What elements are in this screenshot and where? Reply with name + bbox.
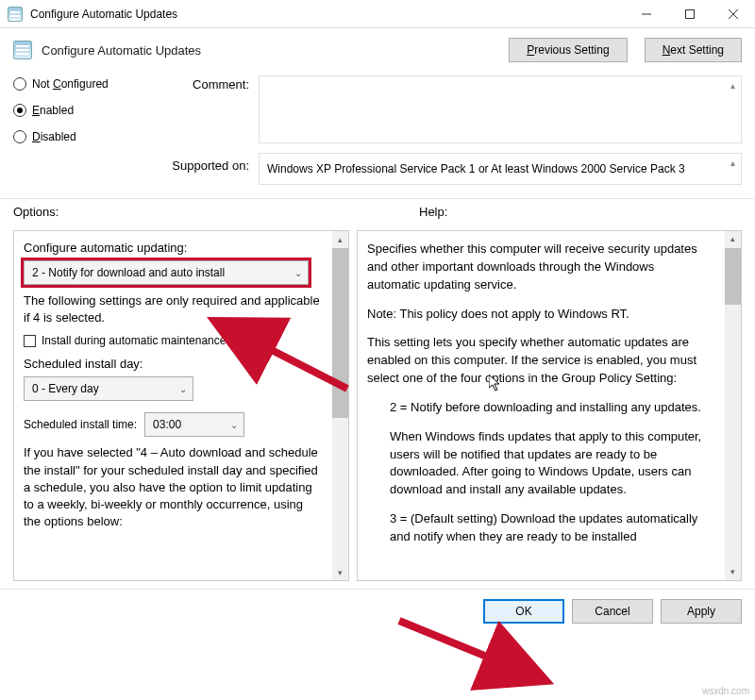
policy-icon xyxy=(13,41,32,59)
scrollbar-thumb[interactable] xyxy=(332,248,348,418)
close-button[interactable] xyxy=(712,0,755,28)
help-text: Specifies whether this computer will rec… xyxy=(367,241,728,294)
radio-not-configured[interactable]: Not Configured xyxy=(13,77,155,91)
radio-icon xyxy=(13,77,26,91)
scroll-up-icon[interactable]: ▴ xyxy=(726,156,739,169)
minimize-button[interactable] xyxy=(625,0,668,28)
state-radios: Not Configured Enabled Disabled xyxy=(13,75,155,143)
window-title: Configure Automatic Updates xyxy=(30,8,625,21)
close-icon xyxy=(729,9,738,19)
supported-on-box: Windows XP Professional Service Pack 1 o… xyxy=(259,153,742,185)
radio-label: Enabled xyxy=(32,104,74,117)
dropdown-value: 0 - Every day xyxy=(32,382,99,395)
radio-label: Not Configured xyxy=(32,77,109,91)
radio-icon-selected xyxy=(13,104,26,117)
scroll-down-icon[interactable]: ▾ xyxy=(725,564,741,580)
options-scrollbar[interactable]: ▴ ▾ xyxy=(332,231,348,580)
chevron-down-icon: ⌄ xyxy=(230,420,238,430)
titlebar: Configure Automatic Updates xyxy=(0,0,755,28)
install-during-maintenance-checkbox[interactable]: Install during automatic maintenance xyxy=(24,334,339,347)
previous-setting-button[interactable]: Previous Setting xyxy=(509,38,627,62)
pane-labels: Options: Help: xyxy=(0,199,755,225)
help-text: 2 = Notify before downloading and instal… xyxy=(367,399,728,417)
window-controls xyxy=(625,0,755,28)
help-pane: Specifies whether this computer will rec… xyxy=(357,230,742,581)
dropdown-value: 03:00 xyxy=(153,418,181,431)
radio-icon xyxy=(13,130,26,143)
scheduled-time-dropdown[interactable]: 03:00 ⌄ xyxy=(144,412,244,437)
help-text: Note: This policy does not apply to Wind… xyxy=(367,306,728,324)
policy-title: Configure Automatic Updates xyxy=(42,43,492,58)
help-scrollbar[interactable]: ▴ ▾ xyxy=(725,231,741,580)
chevron-down-icon: ⌄ xyxy=(179,384,187,394)
svg-rect-1 xyxy=(686,9,695,18)
header: Configure Automatic Updates Previous Set… xyxy=(0,28,755,72)
policy-state-area: Not Configured Enabled Disabled Comment:… xyxy=(0,72,755,185)
chevron-down-icon: ⌄ xyxy=(294,268,302,278)
help-text: 3 = (Default setting) Download the updat… xyxy=(367,510,728,546)
comment-label: Comment: xyxy=(155,75,259,143)
maximize-icon xyxy=(685,9,695,19)
scrollbar-thumb[interactable] xyxy=(725,248,741,305)
dropdown-value: 2 - Notify for download and auto install xyxy=(32,266,225,279)
options-label: Options: xyxy=(13,205,362,219)
comment-input[interactable]: ▴ xyxy=(259,75,742,143)
ok-button[interactable]: OK xyxy=(483,599,564,624)
watermark: wsxdn.com xyxy=(702,686,749,696)
scroll-up-icon[interactable]: ▴ xyxy=(332,231,348,247)
minimize-icon xyxy=(642,9,651,19)
options-pane: Configure automatic updating: 2 - Notify… xyxy=(13,230,349,581)
scheduled-day-label: Scheduled install day: xyxy=(24,357,339,371)
supported-on-value: Windows XP Professional Service Pack 1 o… xyxy=(267,162,685,175)
radio-enabled[interactable]: Enabled xyxy=(13,104,155,117)
cursor-icon xyxy=(489,375,504,397)
apply-button[interactable]: Apply xyxy=(661,599,742,624)
scroll-up-icon[interactable]: ▴ xyxy=(725,231,741,247)
checkbox-icon xyxy=(24,335,36,347)
dialog-buttons: OK Cancel Apply xyxy=(0,589,755,633)
checkbox-label: Install during automatic maintenance xyxy=(42,334,226,347)
supported-on-label: Supported on: xyxy=(155,158,259,185)
scheduled-time-label: Scheduled install time: xyxy=(24,418,137,431)
policy-icon xyxy=(8,7,23,22)
cancel-button[interactable]: Cancel xyxy=(572,599,653,624)
radio-label: Disabled xyxy=(32,130,76,143)
scroll-up-icon[interactable]: ▴ xyxy=(726,78,739,92)
help-text: This setting lets you specify whether au… xyxy=(367,334,728,388)
maximize-button[interactable] xyxy=(668,0,712,28)
update-mode-dropdown[interactable]: 2 - Notify for download and auto install… xyxy=(24,260,309,285)
options-tail-text: If you have selected "4 – Auto download … xyxy=(24,444,339,530)
panes: Configure automatic updating: 2 - Notify… xyxy=(0,225,755,581)
options-note: The following settings are only required… xyxy=(24,292,339,326)
help-label: Help: xyxy=(362,205,742,219)
scheduled-time-row: Scheduled install time: 03:00 ⌄ xyxy=(24,412,339,437)
scroll-down-icon[interactable]: ▾ xyxy=(332,564,348,580)
radio-disabled[interactable]: Disabled xyxy=(13,130,155,143)
help-text: When Windows finds updates that apply to… xyxy=(367,428,728,499)
options-heading: Configure automatic updating: xyxy=(24,241,339,255)
next-setting-button[interactable]: Next Setting xyxy=(645,38,742,62)
scheduled-day-dropdown[interactable]: 0 - Every day ⌄ xyxy=(24,376,193,401)
